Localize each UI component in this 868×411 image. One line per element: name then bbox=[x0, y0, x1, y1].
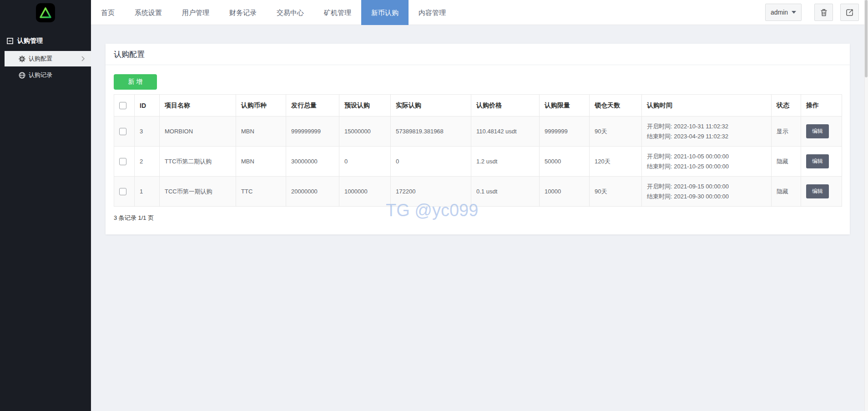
nav-tab-content-management[interactable]: 内容管理 bbox=[409, 0, 456, 25]
admin-dropdown-button[interactable]: admin bbox=[765, 4, 802, 21]
time-start: 开启时间: 2022-10-31 11:02:32 bbox=[647, 122, 771, 132]
scrollbar-thumb[interactable] bbox=[865, 0, 868, 77]
cell-id: 2 bbox=[135, 147, 160, 177]
gear-icon bbox=[19, 56, 25, 62]
scrollbar-track[interactable] bbox=[864, 0, 868, 411]
row-checkbox[interactable] bbox=[119, 188, 126, 195]
cell-time: 开启时间: 2021-09-15 00:00:00 结束时间: 2021-09-… bbox=[642, 177, 772, 207]
time-start: 开启时间: 2021-09-15 00:00:00 bbox=[647, 182, 771, 192]
cell-price: 110.48142 usdt bbox=[471, 117, 540, 147]
edit-button[interactable]: 编辑 bbox=[806, 154, 829, 168]
cell-project: TCC币第一期认购 bbox=[160, 177, 236, 207]
cell-total: 999999999 bbox=[286, 117, 339, 147]
top-navbar: 首页 系统设置 用户管理 财务记录 交易中心 矿机管理 新币认购 内容管理 ad… bbox=[91, 0, 868, 25]
nav-tab-trade-center[interactable]: 交易中心 bbox=[267, 0, 314, 25]
cell-id: 1 bbox=[135, 177, 160, 207]
nav-tab-system-settings[interactable]: 系统设置 bbox=[125, 0, 172, 25]
col-header-actual: 实际认购 bbox=[391, 95, 471, 117]
cell-coin: MBN bbox=[236, 117, 286, 147]
sidebar-item-label: 认购记录 bbox=[29, 71, 52, 79]
page-title: 认购配置 bbox=[106, 44, 850, 65]
collapse-minus-icon bbox=[7, 38, 13, 44]
col-header-preset: 预设认购 bbox=[339, 95, 391, 117]
edit-button[interactable]: 编辑 bbox=[806, 124, 829, 138]
nav-tab-finance-records[interactable]: 财务记录 bbox=[219, 0, 267, 25]
col-header-coin: 认购币种 bbox=[236, 95, 286, 117]
cell-lock-days: 90天 bbox=[590, 117, 642, 147]
sidebar-item-subscribe-records[interactable]: 认购记录 bbox=[5, 67, 91, 83]
globe-icon bbox=[19, 72, 25, 79]
table-row: 3 MORBION MBN 999999999 15000000 5738981… bbox=[114, 117, 842, 147]
cell-limit: 10000 bbox=[540, 177, 590, 207]
row-checkbox[interactable] bbox=[119, 128, 126, 135]
table-row: 2 TTC币第二期认购 MBN 30000000 0 0 1.2 usdt 50… bbox=[114, 147, 842, 177]
cell-status: 显示 bbox=[772, 117, 801, 147]
nav-tab-home[interactable]: 首页 bbox=[91, 0, 125, 25]
cell-lock-days: 120天 bbox=[590, 147, 642, 177]
col-header-total: 发行总量 bbox=[286, 95, 339, 117]
col-header-project: 项目名称 bbox=[160, 95, 236, 117]
col-header-id: ID bbox=[135, 95, 160, 117]
sidebar: 认购管理 认购配置 认购记录 bbox=[0, 0, 91, 411]
cell-actual: 172200 bbox=[391, 177, 471, 207]
cell-actual: 0 bbox=[391, 147, 471, 177]
cell-coin: TTC bbox=[236, 177, 286, 207]
admin-username: admin bbox=[771, 9, 788, 16]
cell-preset: 1000000 bbox=[339, 177, 391, 207]
cell-project: MORBION bbox=[160, 117, 236, 147]
cell-lock-days: 90天 bbox=[590, 177, 642, 207]
select-all-checkbox[interactable] bbox=[119, 102, 126, 109]
row-checkbox[interactable] bbox=[119, 158, 126, 165]
card-divider bbox=[106, 65, 850, 65]
logout-icon bbox=[846, 9, 853, 16]
col-header-time: 认购时间 bbox=[642, 95, 772, 117]
cell-time: 开启时间: 2021-10-05 00:00:00 结束时间: 2021-10-… bbox=[642, 147, 772, 177]
cell-limit: 9999999 bbox=[540, 117, 590, 147]
sidebar-item-label: 认购配置 bbox=[29, 55, 52, 63]
cell-price: 0.1 usdt bbox=[471, 177, 540, 207]
cell-status: 隐藏 bbox=[772, 177, 801, 207]
cell-preset: 0 bbox=[339, 147, 391, 177]
chevron-right-icon bbox=[81, 56, 85, 61]
col-header-action: 操作 bbox=[801, 95, 842, 117]
subscribe-config-card: 认购配置 新 增 ID 项目名称 认购币种 发行总量 预设认购 实际认购 认购价… bbox=[106, 44, 850, 234]
col-header-limit: 认购限量 bbox=[540, 95, 590, 117]
cell-total: 30000000 bbox=[286, 147, 339, 177]
cell-total: 20000000 bbox=[286, 177, 339, 207]
record-count: 3 条记录 1/1 页 bbox=[114, 214, 842, 222]
cell-limit: 50000 bbox=[540, 147, 590, 177]
cell-actual: 57389819.381968 bbox=[391, 117, 471, 147]
time-end: 结束时间: 2021-09-30 00:00:00 bbox=[647, 192, 771, 202]
nav-tab-miner-management[interactable]: 矿机管理 bbox=[314, 0, 361, 25]
clear-cache-button[interactable] bbox=[814, 4, 833, 21]
app-logo[interactable] bbox=[36, 3, 55, 22]
logo-a-icon bbox=[39, 6, 52, 19]
time-end: 结束时间: 2021-10-25 00:00:00 bbox=[647, 162, 771, 172]
col-header-price: 认购价格 bbox=[471, 95, 540, 117]
subscription-table: ID 项目名称 认购币种 发行总量 预设认购 实际认购 认购价格 认购限量 锁仓… bbox=[114, 94, 842, 207]
time-start: 开启时间: 2021-10-05 00:00:00 bbox=[647, 152, 771, 162]
sidebar-section-header[interactable]: 认购管理 bbox=[0, 36, 91, 46]
sidebar-item-subscribe-config[interactable]: 认购配置 bbox=[5, 51, 91, 66]
cell-status: 隐藏 bbox=[772, 147, 801, 177]
cell-id: 3 bbox=[135, 117, 160, 147]
edit-button[interactable]: 编辑 bbox=[806, 184, 829, 198]
cell-preset: 15000000 bbox=[339, 117, 391, 147]
cell-time: 开启时间: 2022-10-31 11:02:32 结束时间: 2023-04-… bbox=[642, 117, 772, 147]
nav-tab-new-coin-subscription[interactable]: 新币认购 bbox=[361, 0, 409, 25]
col-header-status: 状态 bbox=[772, 95, 801, 117]
nav-tab-user-management[interactable]: 用户管理 bbox=[172, 0, 219, 25]
cell-price: 1.2 usdt bbox=[471, 147, 540, 177]
nav-tabs: 首页 系统设置 用户管理 财务记录 交易中心 矿机管理 新币认购 内容管理 bbox=[91, 0, 456, 25]
col-header-lock-days: 锁仓天数 bbox=[590, 95, 642, 117]
add-button[interactable]: 新 增 bbox=[114, 74, 157, 90]
caret-down-icon bbox=[792, 11, 796, 14]
table-row: 1 TCC币第一期认购 TTC 20000000 1000000 172200 … bbox=[114, 177, 842, 207]
trash-icon bbox=[820, 9, 828, 16]
time-end: 结束时间: 2023-04-29 11:02:32 bbox=[647, 132, 771, 142]
logout-button[interactable] bbox=[840, 4, 859, 21]
topbar-right-controls: admin bbox=[765, 4, 859, 21]
cell-coin: MBN bbox=[236, 147, 286, 177]
table-header-row: ID 项目名称 认购币种 发行总量 预设认购 实际认购 认购价格 认购限量 锁仓… bbox=[114, 95, 842, 117]
cell-project: TTC币第二期认购 bbox=[160, 147, 236, 177]
